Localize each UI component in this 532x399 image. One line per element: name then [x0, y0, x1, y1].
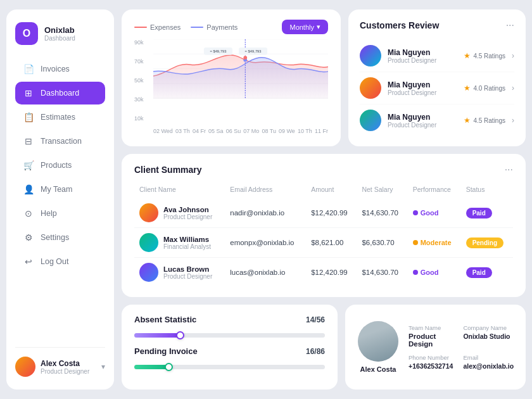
app-name: Onixlab [44, 25, 75, 35]
my-team-icon: 👤 [23, 184, 34, 195]
absent-progress-bar-bg [134, 333, 325, 338]
absent-progress-thumb[interactable] [176, 331, 184, 339]
dashboard-icon: ⊞ [23, 87, 34, 99]
chevron-right-icon[interactable]: › [512, 51, 514, 60]
sidebar-item-transaction[interactable]: ⊟ Transaction [15, 130, 105, 153]
client-summary-title: Client Summary [134, 165, 202, 175]
client-net-salary: $6,630.70 [357, 228, 407, 258]
review-card: Customers Review ··· Mia Nguyen Product … [348, 10, 526, 146]
reviewer-role: Product Designer [388, 89, 457, 96]
client-avatar [139, 263, 158, 282]
reviewer-role: Product Designer [388, 122, 457, 129]
sidebar-item-help[interactable]: ⊙ Help [15, 202, 105, 225]
star-icon: ★ [464, 84, 471, 92]
perf-dot-icon [413, 270, 418, 275]
company-label: Company Name [463, 324, 514, 331]
review-card-title: Customers Review [360, 20, 439, 30]
products-icon: 🛒 [23, 160, 34, 171]
col-email: Email Address [225, 183, 306, 198]
sidebar-item-estimates[interactable]: 📋 Estimates [15, 106, 105, 129]
review-item: Mia Nguyen Product Designer ★ 4.5 Rating… [360, 104, 514, 136]
review-list: Mia Nguyen Product Designer ★ 4.5 Rating… [360, 40, 514, 136]
team-name-label: Team Name [408, 324, 453, 331]
app-container: O Onixlab Dashboard 📄 Invoices⊞ Dashboar… [6, 10, 526, 390]
email-field: Email alex@onixlab.io [463, 354, 514, 370]
client-name: Max Williams [163, 236, 211, 243]
col-amount: Amount [306, 183, 357, 198]
help-icon: ⊙ [23, 208, 34, 219]
transaction-icon: ⊟ [23, 136, 34, 147]
rating-value: 4.5 Ratings [473, 117, 505, 124]
sidebar-nav: 📄 Invoices⊞ Dashboard📋 Estimates⊟ Transa… [15, 58, 105, 347]
invoices-icon: 📄 [23, 63, 34, 75]
nav-label-invoices: Invoices [41, 65, 70, 73]
chevron-down-icon[interactable]: ▾ [101, 362, 105, 371]
chart-legend: Expenses Payments [134, 23, 238, 31]
client-avatar [139, 203, 158, 222]
rating-value: 4.5 Ratings [473, 53, 505, 60]
perf-dot-icon [413, 240, 418, 245]
client-summary-card: Client Summary ··· Client Name Email Add… [122, 154, 526, 297]
performance-badge: Good [413, 209, 456, 217]
sidebar-item-invoices[interactable]: 📄 Invoices [15, 58, 105, 80]
col-net-salary: Net Salary [357, 183, 407, 198]
absent-progress-wrap [134, 333, 325, 338]
client-role: Product Designer [163, 273, 212, 280]
chevron-right-icon[interactable]: › [512, 84, 514, 92]
svg-text:= $49,793: = $49,793 [245, 49, 262, 53]
client-net-salary: $14,630.70 [357, 198, 407, 228]
sidebar-item-dashboard[interactable]: ⊞ Dashboard [15, 82, 105, 104]
review-avatar [360, 77, 381, 99]
absent-card: Absent Statistic 14/56 Pending Invoice 1… [122, 305, 338, 390]
expenses-legend-dot [134, 27, 147, 28]
pending-progress-bar-bg [134, 365, 325, 369]
chart-header: Expenses Payments Monthly ▾ [134, 20, 328, 34]
performance-badge: Good [413, 269, 456, 276]
pending-header: Pending Invoice 16/86 [134, 346, 325, 356]
review-item: Mia Nguyen Product Designer ★ 4.5 Rating… [360, 40, 514, 72]
client-email: lucas@onixlab.io [225, 258, 306, 288]
review-avatar [360, 45, 381, 66]
pending-progress-thumb[interactable] [165, 363, 173, 371]
monthly-filter-button[interactable]: Monthly ▾ [282, 20, 328, 34]
client-table-body: Ava Johnson Product Designer nadir@onixl… [134, 198, 513, 287]
perf-dot-icon [413, 210, 418, 215]
expenses-legend: Expenses [134, 23, 180, 31]
client-email: nadir@onixlab.io [225, 198, 306, 228]
absent-header: Absent Statistic 14/56 [134, 315, 325, 324]
logo-text: Onixlab Dashboard [44, 25, 75, 42]
review-card-header: Customers Review ··· [360, 20, 514, 31]
client-role: Product Designer [163, 213, 212, 220]
chart-svg: = $49,793 = $49,793 [153, 39, 328, 99]
sidebar-user-info: Alex Costa Product Designer [41, 359, 89, 375]
reviewer-role: Product Designer [388, 57, 457, 64]
absent-label: Absent Statistic [134, 315, 196, 324]
chart-area: 90k 70k 50k 30k 10k [134, 39, 328, 134]
team-name-field: Team Name Product Design [408, 324, 453, 348]
chevron-right-icon[interactable]: › [512, 116, 514, 125]
more-options-icon[interactable]: ··· [506, 20, 514, 31]
profile-avatar-inner [358, 321, 398, 362]
profile-details: Team Name Product Design Company Name On… [408, 324, 514, 370]
review-rating: ★ 4.0 Ratings [464, 84, 505, 92]
bottom-row: Absent Statistic 14/56 Pending Invoice 1… [122, 305, 526, 390]
pending-label: Pending Invoice [134, 346, 198, 356]
sidebar-item-my-team[interactable]: 👤 My Team [15, 178, 105, 201]
filter-chevron-icon: ▾ [317, 23, 320, 31]
sidebar-logo: O Onixlab Dashboard [15, 22, 105, 45]
client-summary-header: Client Summary ··· [134, 164, 513, 175]
reviewer-name: Mia Nguyen [388, 48, 457, 57]
sidebar-user-name: Alex Costa [41, 359, 89, 368]
sidebar-item-products[interactable]: 🛒 Products [15, 154, 105, 177]
sidebar-item-settings[interactable]: ⚙ Settings [15, 226, 105, 249]
client-avatar [139, 233, 158, 252]
profile-card: Alex Costa Team Name Product Design Comp… [345, 305, 526, 390]
client-amount: $8,621.00 [306, 228, 357, 258]
client-more-options-icon[interactable]: ··· [505, 164, 513, 175]
client-name: Ava Johnson [163, 206, 212, 213]
client-info: Ava Johnson Product Designer [139, 203, 220, 222]
sidebar-item-log-out[interactable]: ↩ Log Out [15, 250, 105, 273]
nav-label-help: Help [41, 209, 57, 218]
review-info: Mia Nguyen Product Designer [388, 48, 457, 64]
absent-count: 14/56 [306, 315, 325, 324]
